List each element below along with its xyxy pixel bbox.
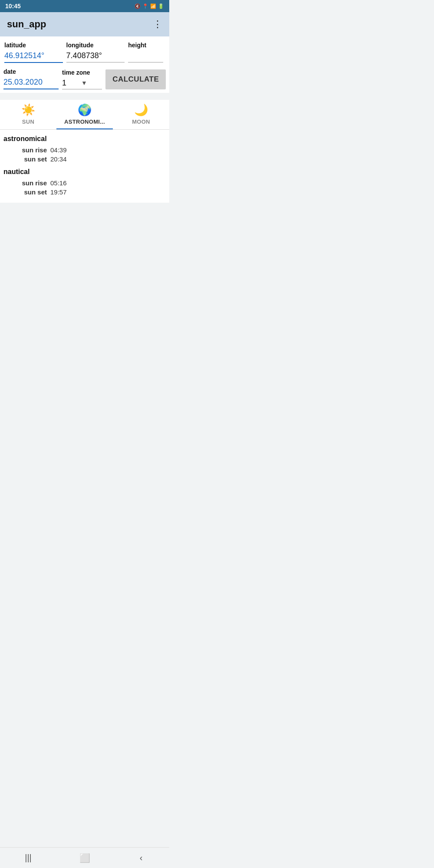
timezone-select-wrapper: 1 2 0 -1 ▼ bbox=[62, 77, 102, 89]
astronomical-section-title: astronomical bbox=[3, 135, 166, 143]
astronomical-tab-label: ASTRONOMI... bbox=[64, 118, 105, 125]
date-input[interactable] bbox=[3, 76, 59, 89]
calculate-button[interactable]: CALCULATE bbox=[105, 69, 166, 89]
sun-tab-label: SUN bbox=[22, 118, 34, 125]
astronomical-sunset-value: 20:34 bbox=[50, 155, 67, 163]
timezone-select[interactable]: 1 2 0 -1 bbox=[62, 79, 79, 87]
height-input[interactable] bbox=[128, 49, 163, 62]
location-fields-row: latitude longitude height bbox=[3, 42, 166, 63]
content-spacer bbox=[0, 203, 169, 376]
sun-tab-icon: ☀️ bbox=[21, 103, 35, 117]
location-icon: 📍 bbox=[142, 3, 148, 9]
status-icons: 🔇 📍 📶 🔋 bbox=[135, 3, 164, 9]
astronomical-tab-icon: 🌍 bbox=[78, 103, 92, 117]
height-label: height bbox=[128, 42, 163, 49]
longitude-input[interactable] bbox=[66, 49, 125, 62]
astronomical-sunset-label: sun set bbox=[12, 155, 47, 163]
battery-icon: 🔋 bbox=[158, 3, 164, 9]
menu-button[interactable]: ⋮ bbox=[153, 19, 162, 30]
tab-astronomical[interactable]: 🌍 ASTRONOMI... bbox=[56, 100, 113, 129]
astronomical-sunrise-value: 04:39 bbox=[50, 146, 67, 154]
height-group: height bbox=[127, 42, 166, 63]
nautical-section-title: nautical bbox=[3, 168, 166, 176]
dropdown-arrow-icon: ▼ bbox=[81, 79, 87, 86]
app-title: sun_app bbox=[7, 19, 46, 30]
nautical-sunrise-label: sun rise bbox=[12, 179, 47, 187]
nautical-sunset-label: sun set bbox=[12, 188, 47, 196]
longitude-group: longitude bbox=[66, 42, 128, 63]
latitude-group: latitude bbox=[3, 42, 66, 63]
date-timezone-row: date time zone 1 2 0 -1 ▼ CALCULATE bbox=[3, 68, 166, 89]
status-time: 10:45 bbox=[5, 3, 21, 10]
wifi-icon: 📶 bbox=[150, 3, 156, 9]
form-section: latitude longitude height date time zone… bbox=[0, 36, 169, 93]
nautical-sunset-row: sun set 19:57 bbox=[3, 188, 166, 196]
astronomical-sunrise-label: sun rise bbox=[12, 146, 47, 154]
mute-icon: 🔇 bbox=[135, 3, 141, 9]
moon-tab-icon: 🌙 bbox=[134, 103, 148, 117]
longitude-label: longitude bbox=[66, 42, 125, 49]
latitude-input[interactable] bbox=[4, 49, 63, 63]
tab-sun[interactable]: ☀️ SUN bbox=[0, 100, 56, 129]
astronomical-sunset-row: sun set 20:34 bbox=[3, 155, 166, 163]
nautical-sunrise-row: sun rise 05:16 bbox=[3, 179, 166, 187]
results-section: astronomical sun rise 04:39 sun set 20:3… bbox=[0, 130, 169, 203]
app-bar: sun_app ⋮ bbox=[0, 12, 169, 36]
timezone-group: time zone 1 2 0 -1 ▼ bbox=[62, 69, 102, 89]
tabs-container: ☀️ SUN 🌍 ASTRONOMI... 🌙 MOON bbox=[0, 100, 169, 130]
timezone-label: time zone bbox=[62, 69, 102, 76]
date-group: date bbox=[3, 68, 59, 89]
moon-tab-label: MOON bbox=[132, 118, 150, 125]
astronomical-sunrise-row: sun rise 04:39 bbox=[3, 146, 166, 154]
latitude-label: latitude bbox=[4, 42, 63, 49]
nautical-sunrise-value: 05:16 bbox=[50, 179, 67, 187]
tab-moon[interactable]: 🌙 MOON bbox=[113, 100, 169, 129]
nautical-sunset-value: 19:57 bbox=[50, 188, 67, 196]
date-label: date bbox=[3, 68, 59, 75]
status-bar: 10:45 🔇 📍 📶 🔋 bbox=[0, 0, 169, 12]
